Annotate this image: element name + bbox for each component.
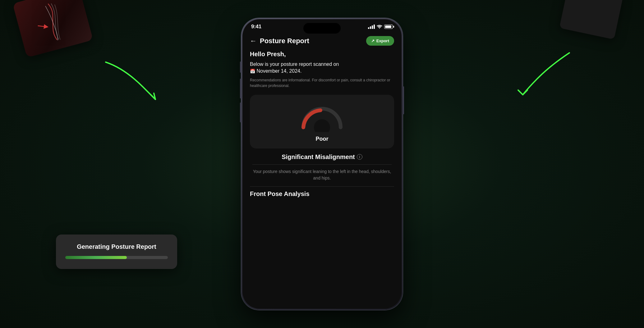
greeting-text: Hello Presh,: [250, 51, 394, 58]
export-icon: ↗: [371, 39, 375, 43]
app-header: ← Posture Report ↗ Export: [242, 32, 402, 51]
gauge-svg: [297, 101, 347, 132]
status-icons: [368, 25, 393, 29]
phone-screen: 9:41: [242, 19, 402, 309]
export-button[interactable]: ↗ Export: [366, 36, 394, 46]
progress-bar-fill: [65, 256, 127, 259]
arrow-left: [93, 56, 162, 106]
signal-bar-2: [370, 26, 371, 29]
page-title: Posture Report: [260, 37, 309, 45]
info-icon[interactable]: i: [357, 154, 362, 160]
front-pose-title: Front Pose Analysis: [250, 190, 394, 198]
phone-wrapper: 9:41: [241, 18, 403, 310]
signal-bar-3: [372, 25, 373, 29]
export-label: Export: [376, 39, 389, 43]
divider-2: [250, 186, 394, 187]
back-button[interactable]: ←: [250, 38, 257, 44]
app-content[interactable]: ← Posture Report ↗ Export Hello Presh, B…: [242, 30, 402, 304]
phone-outer: 9:41: [241, 18, 403, 310]
battery-fill: [385, 25, 391, 28]
misalignment-title: Significant Misalignment i: [252, 153, 392, 161]
phone-button-volume-up: [240, 79, 241, 98]
misalignment-section: Significant Misalignment i Your posture …: [250, 153, 394, 181]
phone-button-mute: [240, 62, 241, 73]
generating-card: Generating Posture Report: [56, 235, 177, 269]
header-left: ← Posture Report: [250, 37, 309, 45]
progress-bar-bg: [65, 256, 168, 259]
gauge-label: Poor: [315, 136, 328, 142]
gauge-container: [297, 101, 347, 132]
signal-bars-icon: [368, 25, 375, 29]
scroll-content[interactable]: Hello Presh, Below is your posture repor…: [242, 51, 402, 303]
report-description: Below is your posture report scanned on …: [250, 61, 394, 75]
generating-title: Generating Posture Report: [65, 243, 168, 250]
arrow-right: [513, 47, 576, 102]
misalignment-description: Your posture shows significant leaning t…: [252, 168, 392, 181]
gauge-section: Poor: [250, 95, 394, 148]
phone-button-power: [403, 86, 404, 114]
battery-icon: [384, 25, 393, 29]
disclaimer-text: Recommendations are informational. For d…: [250, 77, 394, 89]
status-time: 9:41: [251, 24, 261, 30]
signal-bar-1: [368, 27, 369, 29]
signal-bar-4: [374, 25, 375, 29]
calendar-icon: 📅: [250, 69, 255, 74]
divider: [252, 164, 392, 165]
wifi-icon: [377, 25, 382, 29]
phone-button-volume-down: [240, 102, 241, 122]
dynamic-island: [303, 23, 341, 34]
